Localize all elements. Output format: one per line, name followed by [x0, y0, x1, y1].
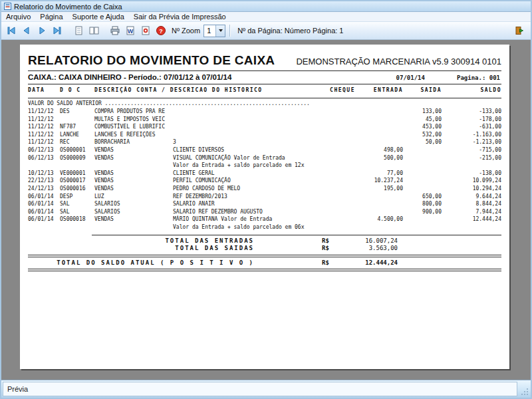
report-row: 11/12/12 DES COMPRA PRODUTOS PRA RE 133,…: [28, 108, 501, 116]
report-row: 06/12/13 OS000001 VENDAS CLIENTE DIVERSO…: [28, 146, 501, 154]
print-button[interactable]: [108, 23, 122, 38]
cell-saldo: -138,00: [442, 170, 501, 178]
cell-saldo: 9.644,24: [442, 193, 501, 201]
cell-cheque: [327, 215, 355, 223]
svg-text:W: W: [128, 28, 134, 35]
cell-data: 06/01/14: [28, 200, 60, 208]
cell-cheque: [327, 208, 355, 216]
help-button[interactable]: ?: [154, 23, 168, 38]
cell-entrada: 195,00: [355, 185, 403, 193]
app-window: Relatorio do Movimento de Caixa ArquivoP…: [0, 0, 532, 399]
total-saidas-row: TOTAL DAS SAIDAS R$ 3.563,00: [28, 245, 501, 253]
cell-historico: CLIENTE GERAL: [173, 170, 327, 178]
menu-item[interactable]: Página: [35, 13, 67, 21]
cell-saldo: 12.444,24: [442, 215, 501, 223]
cell-entrada: [355, 138, 403, 146]
cell-saldo: -1.213,00: [442, 138, 501, 146]
menu-item[interactable]: Suporte e Ajuda: [68, 13, 129, 21]
chevron-down-icon[interactable]: [215, 25, 225, 37]
cell-doc: [60, 116, 94, 124]
cell-data: 06/12/13: [28, 154, 60, 162]
cell-doc: DES: [60, 108, 94, 116]
cell-data: 11/12/12: [28, 123, 60, 131]
cell-cheque: [327, 170, 355, 178]
cell-historico: [173, 108, 327, 116]
cell-historico-2: Valor da Entrada + saldo parcelado em 06…: [173, 223, 327, 231]
cell-saida: 900,00: [403, 208, 442, 216]
first-page-button[interactable]: [4, 23, 19, 38]
cell-saida: 50,00: [403, 138, 442, 146]
cell-historico: MÁRIO QUINTANA Valor de Entrada: [173, 215, 327, 223]
report-row: 11/12/12 REC BORRACHARIA 3 50,00 -1.213,…: [28, 138, 501, 146]
status-panel: Prévia: [3, 382, 517, 396]
previous-page-button[interactable]: [19, 23, 34, 38]
exit-door-icon: [514, 25, 525, 36]
cell-data: 11/12/12: [28, 108, 60, 116]
cell-cheque: [327, 185, 355, 193]
next-page-button[interactable]: [35, 23, 49, 38]
cell-saldo: -1.163,00: [442, 131, 501, 139]
cell-data: 06/12/13: [28, 146, 60, 154]
print-preview-area[interactable]: RELATORIO DO MOVIMENTO DE CAIXA DEMONSTR…: [1, 40, 531, 380]
cell-entrada: [355, 108, 403, 116]
window-title: Relatorio do Movimento de Caixa: [14, 3, 122, 11]
cell-conta: LANCHES E REFEIÇÕES: [94, 131, 173, 139]
menu-bar: ArquivoPáginaSuporte e AjudaSair da Prév…: [1, 12, 531, 22]
cell-saldo: -631,00: [442, 123, 501, 131]
zoom-select[interactable]: 1: [203, 25, 225, 37]
cell-conta: VENDAS: [94, 185, 173, 193]
cell-entrada: [355, 116, 403, 124]
cell-cheque: [327, 131, 355, 139]
status-text: Prévia: [7, 385, 28, 393]
zoom-label: Nº Zoom: [172, 27, 200, 35]
report-row: 11/12/12 NF787 COMBUSTÍVEL E LUBRIFIC 45…: [28, 123, 501, 131]
cell-cheque: [327, 108, 355, 116]
totals-divider: [92, 235, 501, 235]
cell-doc: OS000017: [60, 177, 94, 185]
col-doc: D O C: [60, 87, 94, 93]
cell-historico: [173, 123, 327, 131]
cell-data: 22/12/13: [28, 177, 60, 185]
export-pdf-button[interactable]: [138, 23, 153, 38]
report-demo-label: DEMONSTRAÇÃO MARCENARIA v5.9 300914 0101: [296, 57, 501, 68]
cell-entrada: 498,00: [355, 146, 403, 154]
cell-doc: NF787: [60, 123, 94, 131]
cell-entrada: [355, 193, 403, 201]
cell-doc: OS000016: [60, 185, 94, 193]
cell-saldo: -133,00: [442, 108, 501, 116]
cell-data: 24/12/13: [28, 185, 60, 193]
cell-historico-2: Valor da Entrada + saldo parcelado em 12…: [173, 162, 327, 170]
cell-doc: SAL: [60, 200, 94, 208]
total-entradas-row: TOTAL DAS ENTRADAS R$ 16.007,24: [28, 237, 501, 245]
single-page-view-button[interactable]: [71, 23, 86, 38]
cell-saldo: -178,00: [442, 116, 501, 124]
menu-item[interactable]: Sair da Prévia de Impressão: [129, 13, 231, 21]
cell-saida: 532,00: [403, 131, 442, 139]
resize-grip[interactable]: [519, 382, 529, 396]
last-page-icon: [52, 25, 63, 36]
col-saldo: SALDO: [442, 87, 501, 93]
cell-historico: REF DEZEMBRO/2013: [173, 193, 327, 201]
two-page-view-button[interactable]: [86, 23, 101, 38]
cell-saldo: 10.294,24: [442, 185, 501, 193]
last-page-button[interactable]: [50, 23, 65, 38]
cell-historico: SALARIO ANAIR: [173, 200, 327, 208]
cell-saldo: 8.844,24: [442, 200, 501, 208]
export-word-button[interactable]: W: [123, 23, 138, 38]
page-number-label: Nº da Página: Número Página: 1: [237, 27, 343, 35]
grip-dots-icon: [521, 388, 529, 396]
cell-historico: PERFIL COMUNICAÇÃO: [173, 177, 327, 185]
cell-saida: 453,00: [403, 123, 442, 131]
cell-entrada: [355, 131, 403, 139]
toolbar-separator: [229, 25, 231, 37]
two-page-icon: [88, 25, 99, 36]
menu-item[interactable]: Arquivo: [1, 13, 35, 21]
exit-preview-button[interactable]: [512, 23, 527, 38]
report-header: RELATORIO DO MOVIMENTO DE CAIXA DEMONSTR…: [28, 45, 501, 68]
cell-saida: [403, 154, 442, 162]
cell-data: 06/01/14: [28, 208, 60, 216]
title-bar: Relatorio do Movimento de Caixa: [1, 1, 531, 12]
status-bar: Prévia: [1, 380, 531, 398]
cell-conta: VENDAS: [94, 154, 173, 162]
cell-conta: VENDAS: [94, 215, 173, 223]
